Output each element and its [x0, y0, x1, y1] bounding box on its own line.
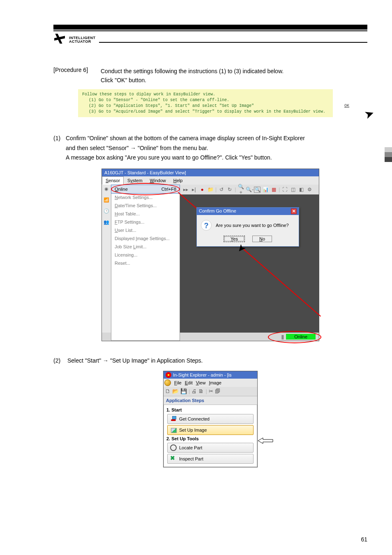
sensor-icon: 📶: [104, 197, 109, 203]
step-2-body: Select "Start" → "Set Up Image" in Appli…: [67, 357, 203, 364]
brand-bottom: ACTUATOR: [69, 40, 96, 44]
menu-licensing[interactable]: Licensing...: [111, 251, 180, 259]
brand-rule: [99, 42, 368, 43]
shot2-toolbar: 🗋 📂 💾 | 🖨 🗎 | ✂ 🗐: [164, 387, 257, 396]
menu-user-list[interactable]: User List...: [111, 226, 180, 234]
menu-datetime-settings[interactable]: Date/Time Settings...: [111, 201, 180, 210]
application-steps-body: 1. Start Get Connected Set Up Image 2. S…: [164, 405, 257, 467]
record-icon[interactable]: ●: [199, 187, 205, 192]
step-2-num: (2): [53, 356, 66, 366]
brand-text: INTELLIGENT ACTUATOR: [69, 36, 96, 44]
shot1-side-icons: ◉ 📶 🕒 👥: [102, 185, 111, 341]
set-up-image-button[interactable]: Set Up Image: [167, 425, 254, 435]
menu-ftp-settings[interactable]: FTP Settings...: [111, 218, 180, 226]
menu2-file[interactable]: File: [174, 380, 182, 385]
menu-displayed-image-settings[interactable]: Displayed Image Settings...: [111, 234, 180, 243]
shot1-menubar: Sensor System Window Help: [102, 176, 319, 185]
instr-l3: (3) Go to "Acquire/Load Image" and selec…: [82, 109, 329, 115]
window-icon[interactable]: ◫: [290, 187, 296, 192]
open-icon[interactable]: 📂: [172, 388, 179, 394]
inspect-part-button[interactable]: Inspect Part: [167, 454, 254, 464]
settings-icon[interactable]: ⚙: [306, 187, 313, 192]
brand-logo-icon: [53, 32, 67, 46]
menu-window[interactable]: Window: [146, 176, 170, 185]
menu-online[interactable]: Online Ctrl+F8: [111, 185, 180, 194]
copy-icon[interactable]: 🗐: [215, 388, 220, 394]
app-icon: ●: [166, 372, 171, 378]
preview-icon[interactable]: 🗎: [198, 388, 204, 394]
users-icon: 👥: [104, 220, 109, 225]
step-1-l3: A message box asking "Are you sure you w…: [53, 153, 367, 163]
procedure-6-label: [Procedure 6]: [53, 67, 101, 85]
step-1-l2: and then select "Sensor" → "Online" from…: [53, 143, 367, 153]
zoom-out-icon[interactable]: 🔍-: [246, 187, 252, 192]
question-icon: ?: [201, 220, 212, 231]
online-state-icon: ◉: [104, 186, 108, 192]
dialog-close-button[interactable]: ✕: [291, 208, 297, 214]
orb-icon[interactable]: [164, 379, 171, 386]
section-1-start: 1. Start: [166, 407, 255, 412]
dialog-yes-button[interactable]: Yes: [224, 236, 245, 242]
new-icon[interactable]: 🗋: [165, 388, 171, 394]
header-stripe: [53, 25, 367, 30]
step-1-text: (1) Confirm "Online" shown at the bottom…: [53, 134, 367, 163]
callout-arrow-icon: [258, 437, 274, 444]
sensor-menu-panel: Online Ctrl+F8 Network Settings... Date/…: [111, 185, 180, 341]
folder-icon[interactable]: 📁: [207, 187, 214, 192]
header-line: [53, 30, 367, 31]
step-icon[interactable]: ▸|: [191, 187, 197, 192]
dialog-title-text: Confirm Go Offline: [199, 208, 236, 214]
chart-icon[interactable]: 📊: [262, 187, 269, 192]
menu2-image[interactable]: Image: [209, 380, 221, 385]
menu-network-settings[interactable]: Network Settings...: [111, 193, 180, 201]
scroll-handle-icon: ▮: [281, 333, 284, 340]
save-icon[interactable]: 💾: [180, 388, 187, 394]
zoom-in-icon[interactable]: 🔍+: [238, 184, 244, 195]
brand-row: INTELLIGENT ACTUATOR: [53, 32, 367, 46]
procedure-6: [Procedure 6] Conduct the settings follo…: [53, 67, 367, 85]
menu2-edit[interactable]: Edit: [185, 380, 193, 385]
step-1-num: (1): [53, 134, 66, 143]
step-2-text: (2) Select "Start" → "Set Up Image" in A…: [53, 356, 367, 366]
menu-reset[interactable]: Reset...: [111, 259, 180, 267]
zoom-fit-icon[interactable]: 🔍: [254, 187, 261, 193]
pixel-icon[interactable]: ▦: [270, 187, 277, 192]
page-number: 61: [361, 536, 367, 543]
shot1-toolbar: ▸▸ ▸| ● 📁 | ↺ ↻ | 🔍+ 🔍- 🔍 📊 ▦ | ⛶ ◫: [180, 185, 319, 194]
print-icon[interactable]: 🖨: [191, 388, 197, 394]
overlay-icon[interactable]: ◧: [298, 187, 304, 192]
menu-sensor[interactable]: Sensor: [102, 176, 124, 185]
get-connected-label: Get Connected: [179, 416, 210, 421]
ok-button[interactable]: OK: [344, 103, 349, 109]
menu-help[interactable]: Help: [170, 176, 187, 185]
locate-part-button[interactable]: Locate Part: [167, 443, 254, 453]
set-up-image-label: Set Up Image: [179, 428, 207, 432]
section-2-setup-tools: 2. Set Up Tools: [166, 436, 255, 441]
shot2-title-text: In-Sight Explorer - admin - [is: [173, 372, 231, 377]
rotate-left-icon[interactable]: ↺: [218, 187, 225, 192]
menu2-view[interactable]: View: [196, 380, 206, 385]
menu-host-table[interactable]: Host Table...: [111, 210, 180, 218]
confirm-offline-dialog: Confirm Go Offline ✕ ? Are you sure you …: [196, 207, 299, 247]
menu-online-accel: Ctrl+F8: [161, 187, 176, 192]
shot2-menubar: File Edit View Image: [164, 379, 257, 387]
inspect-icon: [170, 456, 177, 462]
fullscreen-icon[interactable]: ⛶: [281, 187, 288, 192]
menu-system[interactable]: System: [124, 176, 146, 185]
step-1-l1: Confirm "Online" shown at the bottom of …: [66, 134, 305, 143]
get-connected-button[interactable]: Get Connected: [167, 414, 254, 424]
inspect-part-label: Inspect Part: [179, 456, 203, 461]
cursor-icon: ➤: [362, 106, 376, 122]
shot2-titlebar: ● In-Sight Explorer - admin - [is: [164, 371, 257, 379]
instruction-box: Follow these steps to diplay work in Eas…: [78, 89, 333, 117]
side-thumb-tab: [385, 147, 392, 162]
play-icon[interactable]: ▸▸: [182, 187, 189, 192]
shot1-titlebar: A160GJT - Standard - EasyBuilder View]: [102, 169, 319, 176]
menu-job-size-limit[interactable]: Job Size Limit...: [111, 243, 180, 251]
application-steps-heading: Application Steps: [164, 396, 257, 405]
dialog-no-button[interactable]: No: [252, 236, 272, 242]
locate-part-label: Locate Part: [179, 445, 202, 450]
cut-icon[interactable]: ✂: [209, 388, 213, 394]
rotate-right-icon[interactable]: ↻: [226, 187, 233, 192]
procedure-6-line2: Click "OK" button.: [101, 76, 367, 85]
